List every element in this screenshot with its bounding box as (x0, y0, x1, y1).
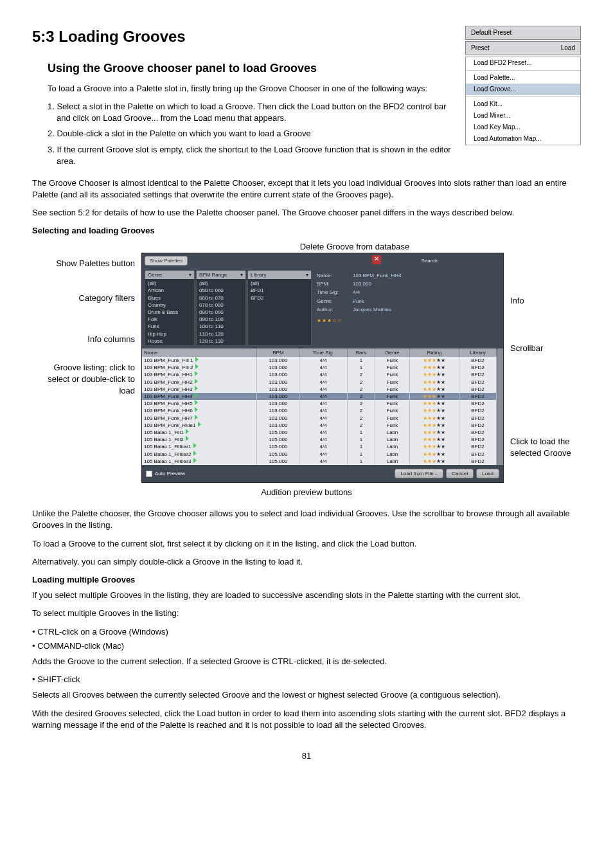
cell-rating[interactable]: ★★★★★ (409, 451, 459, 458)
cell-rating[interactable]: ★★★★★ (409, 357, 459, 364)
filter-library-item[interactable]: (all) (248, 280, 311, 287)
info-rating[interactable]: ★★★☆☆ (317, 317, 342, 324)
cell-name[interactable]: 103 BPM_Funk_Fill 2 (142, 364, 257, 371)
filter-bpm-item[interactable]: 120 to 130 (197, 338, 245, 345)
play-icon[interactable] (195, 364, 200, 369)
play-icon[interactable] (194, 407, 199, 412)
cell-name[interactable]: 105 Baiao 1_Fillbar1 (142, 443, 257, 450)
play-icon[interactable] (193, 451, 198, 456)
filter-library-item[interactable]: BFD2 (248, 294, 311, 302)
table-header[interactable]: Genre (375, 348, 410, 357)
cell-rating[interactable]: ★★★★★ (409, 415, 459, 422)
filter-genre-item[interactable]: (all) (145, 280, 194, 287)
filter-genre-item[interactable]: House (145, 338, 194, 345)
filter-bpm-item[interactable]: 100 to 110 (197, 323, 245, 330)
play-icon[interactable] (185, 436, 190, 441)
table-row[interactable]: 103 BPM_Funk_Ride1 103.0004/42Funk★★★★★B… (142, 422, 497, 429)
cell-rating[interactable]: ★★★★★ (409, 422, 459, 429)
filter-genre-item[interactable]: Hip Hop (145, 330, 194, 338)
filter-library-item[interactable]: BFD1 (248, 287, 311, 294)
cell-name[interactable]: 105 Baiao 1_Fill1 (142, 429, 257, 436)
cell-name[interactable]: 103 BPM_Funk_HH5 (142, 400, 257, 407)
delete-icon[interactable]: ✕ (372, 255, 381, 264)
show-palettes-button[interactable]: Show Palettes (145, 256, 188, 266)
filter-bpm-item[interactable]: 110 to 120 (197, 330, 245, 338)
cell-rating[interactable]: ★★★★★ (409, 371, 459, 378)
filter-bpm-item[interactable]: 080 to 090 (197, 309, 245, 316)
auto-preview-toggle[interactable]: Auto Preview (146, 470, 185, 477)
cell-rating[interactable]: ★★★★★ (409, 436, 459, 443)
load-from-file-button[interactable]: Load from File... (395, 469, 443, 478)
cancel-button[interactable]: Cancel (446, 469, 474, 478)
play-icon[interactable] (197, 422, 202, 427)
cell-rating[interactable]: ★★★★★ (409, 393, 459, 400)
menu-item[interactable]: Load Automation Map... (466, 133, 580, 145)
menu-item[interactable]: Load BFD2 Preset... (466, 57, 580, 69)
play-icon[interactable] (195, 357, 200, 362)
cell-rating[interactable]: ★★★★★ (409, 364, 459, 371)
cell-rating[interactable]: ★★★★★ (409, 429, 459, 436)
table-row[interactable]: 103 BPM_Funk_Fill 1 103.0004/41Funk★★★★★… (142, 357, 497, 364)
scrollbar[interactable] (497, 348, 503, 465)
table-row[interactable]: 103 BPM_Funk_HH3 103.0004/42Funk★★★★★BFD… (142, 386, 497, 393)
filter-genre-item[interactable]: Country (145, 302, 194, 309)
checkbox-icon[interactable] (146, 471, 152, 477)
filter-genre-item[interactable]: African (145, 287, 194, 294)
table-row[interactable]: 105 Baiao 1_Fillbar3 105.0004/41Latin★★★… (142, 458, 497, 465)
table-row[interactable]: 103 BPM_Funk_HH4 103.0004/42Funk★★★★★BFD… (142, 393, 497, 400)
play-icon[interactable] (185, 429, 190, 434)
menu-item-load-groove[interactable]: Load Groove... (466, 84, 580, 95)
cell-name[interactable]: 103 BPM_Funk_HH3 (142, 386, 257, 393)
play-icon[interactable] (194, 400, 199, 405)
cell-name[interactable]: 103 BPM_Funk_Ride1 (142, 422, 257, 429)
play-icon[interactable] (194, 415, 199, 420)
cell-name[interactable]: 103 BPM_Funk_Fill 1 (142, 357, 257, 364)
load-button[interactable]: Load (476, 469, 499, 478)
table-row[interactable]: 105 Baiao 1_Fill1 105.0004/41Latin★★★★★B… (142, 429, 497, 436)
cell-rating[interactable]: ★★★★★ (409, 443, 459, 450)
filter-bpm-item[interactable]: 060 to 070 (197, 294, 245, 302)
table-row[interactable]: 103 BPM_Funk_HH7 103.0004/42Funk★★★★★BFD… (142, 415, 497, 422)
play-icon[interactable] (194, 371, 199, 376)
menu-item[interactable]: Load Kit... (466, 98, 580, 110)
play-icon[interactable] (194, 379, 199, 384)
filter-genre-item[interactable]: Funk (145, 323, 194, 330)
play-icon[interactable] (194, 393, 199, 398)
filter-genre-item[interactable]: Drum & Bass (145, 309, 194, 316)
play-icon[interactable] (194, 386, 199, 391)
cell-name[interactable]: 105 Baiao 1_Fillbar2 (142, 451, 257, 458)
table-row[interactable]: 105 Baiao 1_Fill2 105.0004/41Latin★★★★★B… (142, 436, 497, 443)
table-header[interactable]: Name (142, 348, 257, 357)
cell-name[interactable]: 103 BPM_Funk_HH2 (142, 379, 257, 386)
cell-name[interactable]: 103 BPM_Funk_HH4 (142, 393, 257, 400)
table-row[interactable]: 105 Baiao 1_Fillbar1 105.0004/41Latin★★★… (142, 443, 497, 450)
cell-name[interactable]: 103 BPM_Funk_HH1 (142, 371, 257, 378)
menu-item[interactable]: Load Key Map... (466, 122, 580, 133)
table-header[interactable]: Library (459, 348, 497, 357)
cell-name[interactable]: 103 BPM_Funk_HH7 (142, 415, 257, 422)
table-row[interactable]: 103 BPM_Funk_HH5 103.0004/42Funk★★★★★BFD… (142, 400, 497, 407)
menu-item[interactable]: Load Mixer... (466, 110, 580, 122)
table-row[interactable]: 103 BPM_Funk_HH2 103.0004/42Funk★★★★★BFD… (142, 379, 497, 386)
table-header[interactable]: Time Sig. (299, 348, 348, 357)
cell-rating[interactable]: ★★★★★ (409, 458, 459, 465)
cell-name[interactable]: 103 BPM_Funk_HH6 (142, 407, 257, 414)
cell-name[interactable]: 105 Baiao 1_Fill2 (142, 436, 257, 443)
menu-item[interactable]: Load Palette... (466, 72, 580, 84)
table-row[interactable]: 103 BPM_Funk_HH1 103.0004/42Funk★★★★★BFD… (142, 371, 497, 378)
cell-rating[interactable]: ★★★★★ (409, 400, 459, 407)
filter-bpm-item[interactable]: (all) (197, 280, 245, 287)
table-header[interactable]: Rating (409, 348, 459, 357)
cell-rating[interactable]: ★★★★★ (409, 379, 459, 386)
filter-bpm-item[interactable]: 050 to 060 (197, 287, 245, 294)
table-row[interactable]: 105 Baiao 1_Fillbar2 105.0004/41Latin★★★… (142, 451, 497, 458)
table-header[interactable]: BPM (257, 348, 299, 357)
cell-rating[interactable]: ★★★★★ (409, 407, 459, 414)
filter-genre-item[interactable]: Folk (145, 316, 194, 323)
filter-bpm-item[interactable]: 090 to 100 (197, 316, 245, 323)
filter-bpm-item[interactable]: 070 to 080 (197, 302, 245, 309)
table-row[interactable]: 103 BPM_Funk_HH6 103.0004/42Funk★★★★★BFD… (142, 407, 497, 414)
play-icon[interactable] (193, 443, 198, 448)
cell-name[interactable]: 105 Baiao 1_Fillbar3 (142, 458, 257, 465)
table-header[interactable]: Bars (347, 348, 375, 357)
